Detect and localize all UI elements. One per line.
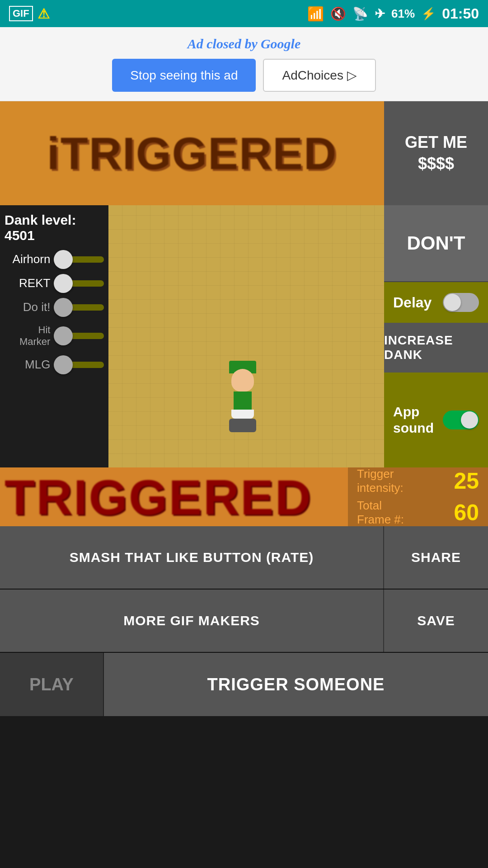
app-sound-label: Appsound: [393, 404, 434, 436]
airhorn-slider-row: Airhorn: [5, 252, 104, 266]
mlg-slider-row: MLG: [5, 358, 104, 372]
stop-seeing-ad-button[interactable]: Stop seeing this ad: [112, 59, 256, 92]
rekt-label: REKT: [5, 276, 50, 290]
do-it-thumb[interactable]: [54, 298, 73, 317]
smash-like-button[interactable]: SMASH THAT LIKE BUTTON (RATE): [0, 526, 384, 589]
triggered-banner: TRIGGERED Triggerintensity: 25 TotalFram…: [0, 467, 488, 526]
game-character: [225, 361, 261, 415]
trigger-intensity-row: Triggerintensity: 25: [357, 467, 479, 495]
bottom-row-2: MORE GIF MAKERS SAVE: [0, 590, 488, 653]
trigger-stats: Triggerintensity: 25 TotalFrame #: 60: [348, 467, 488, 526]
ad-closed-text: Ad closed by Google: [9, 36, 479, 52]
share-button[interactable]: SHARE: [384, 526, 488, 589]
main-content: Dank level: 4501 Airhorn REKT Do it! Hit…: [0, 205, 488, 467]
trigger-intensity-value: 25: [454, 468, 479, 494]
wifi-icon: 📡: [352, 6, 368, 21]
rekt-slider-row: REKT: [5, 276, 104, 290]
char-head: [231, 369, 254, 392]
mute-icon: 🔇: [330, 6, 346, 21]
hit-marker-label: HitMarker: [5, 324, 50, 348]
app-sound-toggle-thumb: [461, 411, 478, 429]
hit-marker-slider-row: HitMarker: [5, 324, 104, 348]
app-sound-row: Appsound: [384, 373, 488, 467]
airhorn-label: Airhorn: [5, 252, 50, 266]
delay-toggle-thumb: [444, 294, 461, 311]
char-body: [234, 392, 252, 410]
hit-marker-thumb[interactable]: [54, 326, 73, 345]
delay-label: Delay: [393, 294, 432, 311]
status-left: GIF ⚠: [9, 6, 50, 22]
bottom-buttons: SMASH THAT LIKE BUTTON (RATE) SHARE MORE…: [0, 526, 488, 716]
airhorn-thumb[interactable]: [54, 250, 73, 269]
warning-icon: ⚠: [38, 6, 50, 22]
total-frame-value: 60: [454, 500, 479, 526]
game-area[interactable]: [108, 205, 384, 467]
mlg-slider[interactable]: [54, 362, 104, 368]
increase-dank-label: INCREASE DANK: [384, 333, 488, 362]
ad-banner: Ad closed by Google Stop seeing this ad …: [0, 27, 488, 101]
get-me-button[interactable]: GET ME$$$$: [384, 101, 488, 205]
nfc-icon: 📶: [307, 6, 324, 22]
bottom-row-1: SMASH THAT LIKE BUTTON (RATE) SHARE: [0, 526, 488, 590]
dank-level-display: Dank level: 4501: [5, 212, 104, 243]
rekt-slider[interactable]: [54, 280, 104, 287]
rekt-thumb[interactable]: [54, 274, 73, 293]
get-me-label: GET ME$$$$: [405, 132, 467, 175]
char-mount: [229, 419, 256, 432]
total-frame-label: TotalFrame #:: [357, 499, 404, 526]
hit-marker-slider[interactable]: [54, 333, 104, 339]
adchoices-button[interactable]: AdChoices ▷: [263, 59, 375, 92]
dont-button[interactable]: DON'T: [384, 205, 488, 282]
do-it-slider[interactable]: [54, 304, 104, 311]
battery-icon: ⚡: [421, 7, 436, 21]
mlg-label: MLG: [5, 358, 50, 372]
trigger-intensity-label: Triggerintensity:: [357, 467, 404, 495]
more-gif-makers-button[interactable]: MORE GIF MAKERS: [0, 590, 384, 652]
google-text: Google: [261, 36, 300, 51]
gif-badge: GIF: [9, 6, 33, 21]
airhorn-slider[interactable]: [54, 256, 104, 263]
status-bar: GIF ⚠ 📶 🔇 📡 ✈ 61% ⚡ 01:50: [0, 0, 488, 27]
trigger-someone-button[interactable]: TRIGGER SOMEONE: [104, 653, 488, 716]
save-button[interactable]: SAVE: [384, 590, 488, 652]
battery-level: 61%: [391, 7, 415, 21]
total-frame-row: TotalFrame #: 60: [357, 499, 479, 526]
triggered-banner-text: TRIGGERED: [5, 468, 312, 526]
bottom-row-3: PLAY TRIGGER SOMEONE: [0, 653, 488, 716]
do-it-label: Do it!: [5, 300, 50, 314]
ad-buttons: Stop seeing this ad AdChoices ▷: [9, 59, 479, 92]
do-it-slider-row: Do it!: [5, 300, 104, 314]
logo-text: iTRIGGERED: [47, 127, 337, 179]
mlg-thumb[interactable]: [54, 355, 73, 374]
increase-dank-button[interactable]: INCREASE DANK: [384, 323, 488, 373]
delay-row: Delay: [384, 282, 488, 323]
app-logo: iTRIGGERED: [0, 101, 384, 205]
dont-label: DON'T: [407, 232, 465, 254]
airplane-icon: ✈: [375, 6, 385, 21]
status-right: 📶 🔇 📡 ✈ 61% ⚡ 01:50: [307, 5, 479, 22]
play-button[interactable]: PLAY: [0, 653, 104, 716]
controls-panel: Dank level: 4501 Airhorn REKT Do it! Hit…: [0, 205, 108, 467]
char-skirt: [231, 410, 254, 419]
right-panel: DON'T Delay INCREASE DANK Appsound: [384, 205, 488, 467]
delay-toggle[interactable]: [443, 293, 479, 312]
app-sound-toggle[interactable]: [443, 410, 479, 429]
app-header: iTRIGGERED GET ME$$$$: [0, 101, 488, 205]
status-time: 01:50: [442, 5, 479, 22]
